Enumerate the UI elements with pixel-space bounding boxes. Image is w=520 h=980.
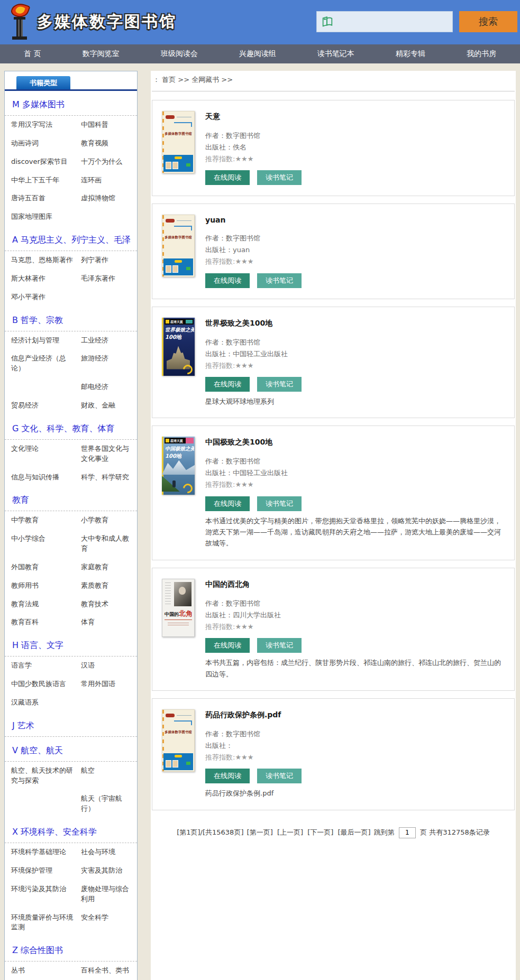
category-heading[interactable]: A 马克思主义、列宁主义、毛泽	[5, 226, 137, 251]
category-heading[interactable]: 教育	[5, 486, 137, 511]
subcategory-link[interactable]: 唐诗五百首	[11, 193, 78, 204]
reading-notes-button[interactable]: 读书笔记	[257, 377, 302, 392]
nav-item-1[interactable]: 首 页	[24, 49, 41, 59]
subcategory-link[interactable]: 环境科学基础理论	[11, 847, 78, 857]
read-online-button[interactable]: 在线阅读	[205, 496, 250, 511]
subcategory-link[interactable]: 安全科学	[81, 913, 135, 933]
subcategory-link[interactable]: 马克思、恩格斯著作	[11, 255, 78, 265]
book-cover[interactable]: 多媒体数字图书馆	[162, 709, 195, 772]
subcategory-link[interactable]: 科学、科学研究	[81, 473, 135, 483]
subcategory-link[interactable]: 教育技术	[81, 599, 135, 609]
subcategory-link[interactable]: 中华上下五千年	[11, 175, 78, 186]
subcategory-link[interactable]: 工业经济	[81, 336, 135, 346]
subcategory-link[interactable]: 小学教育	[81, 515, 135, 525]
subcategory-link[interactable]: 常用外国语	[81, 679, 135, 689]
category-heading[interactable]: G 文化、科学、教育、体育	[5, 415, 137, 440]
subcategory-link[interactable]: 素质教育	[81, 581, 135, 591]
category-heading[interactable]: V 航空、航天	[5, 737, 137, 762]
book-title[interactable]: 天意	[205, 112, 505, 122]
subcategory-link[interactable]: 灾害及其防治	[81, 866, 135, 876]
subcategory-link[interactable]: 毛泽东著作	[81, 274, 135, 284]
book-title[interactable]: yuan	[205, 216, 505, 224]
nav-item-3[interactable]: 班级阅读会	[161, 49, 198, 59]
subcategory-link[interactable]: 列宁著作	[81, 255, 135, 265]
subcategory-link[interactable]: 教育法规	[11, 599, 78, 609]
read-online-button[interactable]: 在线阅读	[205, 638, 250, 653]
category-heading[interactable]: X 环境科学、安全科学	[5, 818, 137, 843]
subcategory-link[interactable]: 中国少数民族语言	[11, 679, 78, 689]
page-jump-input[interactable]	[399, 827, 416, 838]
subcategory-link[interactable]: 语言学	[11, 661, 78, 671]
reading-notes-button[interactable]: 读书笔记	[257, 769, 302, 783]
subcategory-link[interactable]: 教师用书	[11, 581, 78, 591]
subcategory-link[interactable]: 斯大林著作	[11, 274, 78, 284]
prev-page-link[interactable]: [上一页]	[277, 828, 303, 836]
subcategory-link[interactable]: 废物处理与综合利用	[81, 884, 135, 904]
read-online-button[interactable]: 在线阅读	[205, 769, 250, 783]
subcategory-link[interactable]: 教育视频	[81, 138, 135, 149]
subcategory-link[interactable]: 百科全书、类书	[81, 966, 135, 976]
subcategory-link[interactable]: 汉语	[81, 661, 135, 671]
nav-item-2[interactable]: 数字阅览室	[83, 49, 120, 59]
subcategory-link[interactable]: 旅游经济	[81, 354, 135, 374]
read-online-button[interactable]: 在线阅读	[205, 170, 250, 185]
category-heading[interactable]: Z 综合性图书	[5, 937, 137, 961]
search-button[interactable]: 搜索	[459, 11, 517, 32]
subcategory-link[interactable]: 教育百科	[11, 617, 78, 627]
category-heading[interactable]: J 艺术	[5, 712, 137, 737]
read-online-button[interactable]: 在线阅读	[205, 273, 250, 288]
subcategory-link[interactable]: 丛书	[11, 966, 78, 976]
category-heading[interactable]: H 语言、文字	[5, 632, 137, 657]
subcategory-link[interactable]: 邓小平著作	[11, 292, 78, 302]
subcategory-link[interactable]: 大中专和成人教育	[81, 534, 135, 554]
subcategory-link[interactable]: 环境污染及其防治	[11, 884, 78, 904]
subcategory-link[interactable]: 航天（宇宙航行）	[81, 794, 135, 814]
subcategory-link[interactable]: 世界各国文化与文化事业	[81, 444, 135, 464]
subcategory-link[interactable]: 文化理论	[11, 444, 78, 464]
book-cover[interactable]: 多媒体数字图书馆	[162, 215, 195, 277]
subcategory-link[interactable]: 动画诗词	[11, 138, 78, 149]
subcategory-link[interactable]: 常用汉字写法	[11, 120, 78, 130]
subcategory-link[interactable]: 环境质量评价与环境监测	[11, 913, 78, 933]
book-title[interactable]: 药品行政保护条例.pdf	[205, 710, 505, 720]
category-heading[interactable]: B 哲学、宗教	[5, 307, 137, 331]
read-online-button[interactable]: 在线阅读	[205, 377, 250, 392]
subcategory-link[interactable]: 中国科普	[81, 120, 135, 130]
nav-item-7[interactable]: 我的书房	[467, 49, 496, 59]
book-cover[interactable]: 星球大观世界极致之美100地	[162, 318, 195, 376]
subcategory-link[interactable]: 信息产业经济（总论）	[11, 354, 78, 374]
subcategory-link[interactable]: 社会与环境	[81, 847, 135, 857]
last-page-link[interactable]: [最后一页]	[337, 828, 370, 836]
subcategory-link[interactable]: 家庭教育	[81, 562, 135, 572]
book-cover[interactable]: 星球大观中国极致之美100地	[162, 437, 195, 495]
subcategory-link[interactable]: 十万个为什么	[81, 157, 135, 167]
search-input[interactable]	[338, 13, 451, 31]
nav-item-4[interactable]: 兴趣阅读组	[239, 49, 276, 59]
book-title[interactable]: 中国的西北角	[205, 580, 505, 589]
subcategory-link[interactable]: 虚拟博物馆	[81, 193, 135, 204]
reading-notes-button[interactable]: 读书笔记	[257, 496, 302, 511]
subcategory-link[interactable]: 航空、航天技术的研究与探索	[11, 766, 78, 786]
subcategory-link[interactable]: 经济计划与管理	[11, 336, 78, 346]
subcategory-link[interactable]: 汉藏语系	[11, 698, 78, 708]
category-heading[interactable]: M 多媒体图书	[5, 91, 137, 116]
subcategory-link[interactable]: 中学教育	[11, 515, 78, 525]
first-page-link[interactable]: [第一页]	[247, 828, 273, 836]
subcategory-link[interactable]: 中小学综合	[11, 534, 78, 554]
book-title[interactable]: 世界极致之美100地	[205, 319, 505, 328]
book-cover[interactable]: 多媒体数字图书馆	[162, 111, 195, 173]
breadcrumb-home[interactable]: 首页	[162, 76, 176, 84]
subcategory-link[interactable]: 体育	[81, 617, 135, 627]
subcategory-link[interactable]: 外国教育	[11, 562, 78, 572]
subcategory-link[interactable]: 财政、金融	[81, 401, 135, 411]
nav-item-6[interactable]: 精彩专辑	[396, 49, 425, 59]
site-logo[interactable]: 多媒体数字图书馆	[7, 3, 177, 40]
subcategory-link[interactable]: 连环画	[81, 175, 135, 186]
subcategory-link[interactable]: 邮电经济	[81, 382, 135, 392]
subcategory-link[interactable]: 航空	[81, 766, 135, 786]
reading-notes-button[interactable]: 读书笔记	[257, 638, 302, 653]
subcategory-link[interactable]: 信息与知识传播	[11, 473, 78, 483]
next-page-link[interactable]: [下一页]	[307, 828, 333, 836]
reading-notes-button[interactable]: 读书笔记	[257, 273, 302, 288]
breadcrumb-current[interactable]: 全网藏书	[191, 76, 219, 84]
